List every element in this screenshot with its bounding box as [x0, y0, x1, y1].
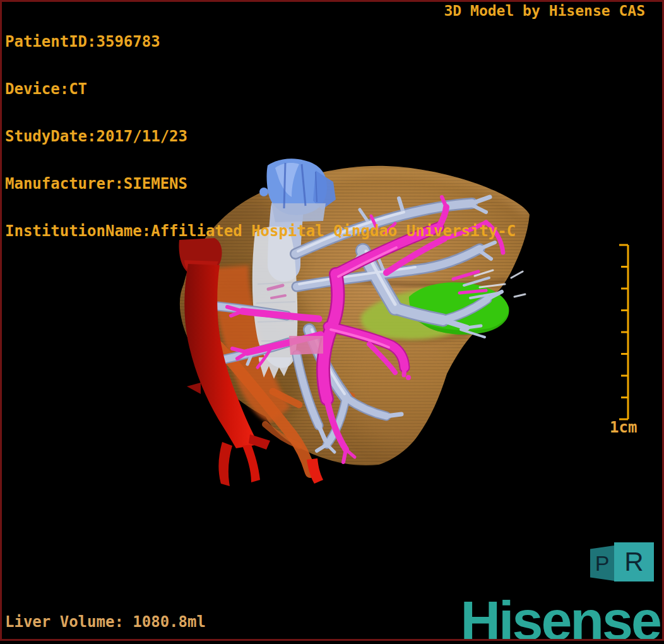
orientation-letter-p: P	[595, 551, 610, 576]
manufacturer-line: Manufacturer:SIEMENS	[5, 176, 516, 192]
orientation-letter-r: R	[624, 547, 643, 577]
liver-volume-label: Liver Volume: 1080.8ml	[5, 613, 206, 631]
institution-line: InstitutionName:Affiliated Hospital Qing…	[5, 224, 516, 239]
patient-info-block: PatientID:3596783 Device:CT StudyDate:20…	[5, 3, 516, 271]
device-line: Device:CT	[5, 81, 516, 97]
orientation-face-right[interactable]: R	[614, 542, 654, 581]
model-credit-label: 3D Model by Hisense CAS	[444, 3, 646, 19]
orientation-face-posterior[interactable]: P	[590, 546, 614, 581]
study-date-line: StudyDate:2017/11/23	[5, 129, 516, 145]
orientation-cube[interactable]: P R	[590, 542, 655, 583]
cas-3d-view-window: PatientID:3596783 Device:CT StudyDate:20…	[0, 0, 664, 644]
patient-id-line: PatientID:3596783	[5, 34, 516, 50]
scale-unit-label: 1cm	[610, 419, 637, 436]
hisense-logo: Hisense	[460, 600, 660, 640]
scale-bar	[619, 245, 628, 419]
